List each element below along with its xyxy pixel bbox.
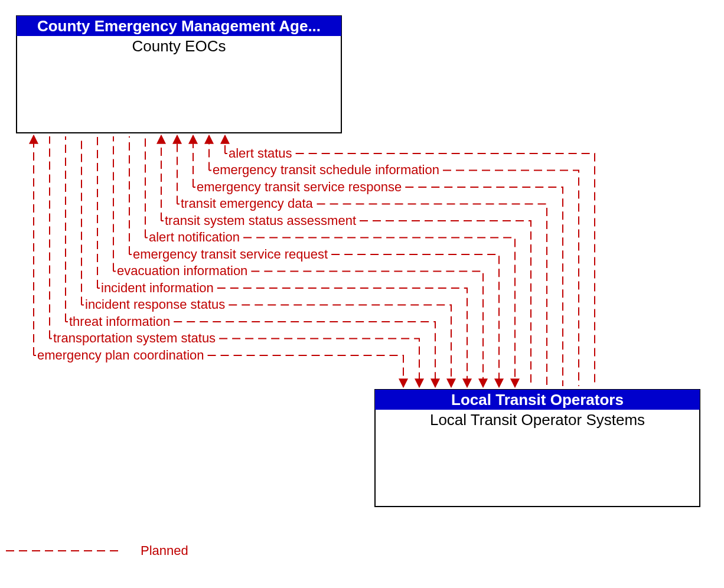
flow-label: alert notification [149, 230, 240, 244]
flow-label: transportation system status [53, 331, 216, 345]
flows-group: alert statusemergency transit schedule i… [34, 136, 595, 386]
legend: Planned [6, 543, 188, 558]
transit-body-text: Local Transit Operator Systems [430, 411, 645, 429]
county-eocs-box: County Emergency Management Age... Count… [17, 16, 341, 133]
flow-label: incident response status [85, 297, 225, 312]
flow-label: transit system status assessment [165, 213, 356, 228]
local-transit-box: Local Transit Operators Local Transit Op… [375, 390, 700, 507]
flow-label: emergency transit schedule information [213, 162, 439, 177]
transit-header-text: Local Transit Operators [451, 391, 624, 409]
flow-label: evacuation information [117, 263, 247, 278]
flow-label: emergency plan coordination [37, 348, 204, 362]
flow-label: incident information [101, 280, 214, 295]
legend-planned-label: Planned [141, 543, 188, 558]
county-header-text: County Emergency Management Age... [37, 17, 321, 35]
flow-label: emergency transit service request [133, 247, 328, 262]
architecture-diagram: County Emergency Management Age... Count… [0, 0, 724, 588]
flow-label: emergency transit service response [197, 179, 402, 194]
flow-label: threat information [69, 314, 170, 329]
flow-label: transit emergency data [181, 196, 314, 211]
flow-label: alert status [229, 146, 292, 161]
county-body-text: County EOCs [132, 37, 226, 55]
